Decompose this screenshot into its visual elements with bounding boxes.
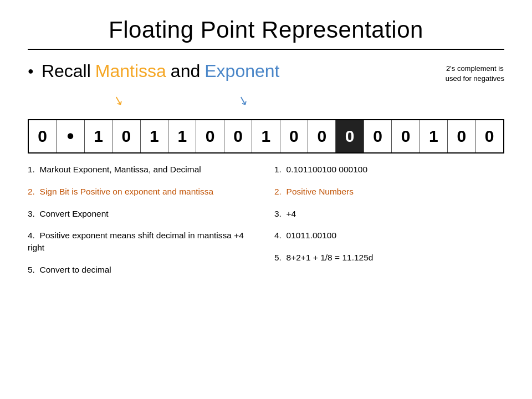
right-step-4: 4. 01011.00100: [274, 229, 504, 242]
step-num: 5.: [28, 265, 35, 274]
right-step-1: 1. 0.101100100 000100: [274, 163, 504, 176]
recall-middle: and: [171, 61, 200, 81]
slide-title: Floating Point Representation: [28, 17, 504, 43]
steps-right-column: 1. 0.101100100 0001002. Positive Numbers…: [274, 163, 504, 285]
bit-cell-13: 0: [392, 120, 420, 152]
bit-cell-0: 0: [29, 120, 57, 152]
step-num: 4.: [28, 231, 35, 240]
recall-text: ● Recall Mantissa and Exponent: [28, 61, 279, 81]
left-step-1: 1. Markout Exponent, Mantissa, and Decim…: [28, 163, 258, 176]
title-divider: [28, 49, 504, 50]
step-num: 4.: [274, 231, 282, 240]
bullet-point: ●: [28, 65, 34, 77]
content-columns: 1. Markout Exponent, Mantissa, and Decim…: [28, 163, 504, 285]
step-num: 1.: [28, 165, 35, 174]
positive-numbers-label: Positive Numbers: [287, 187, 354, 196]
left-step-5: 5. Convert to decimal: [28, 264, 258, 276]
complement-note: 2's complement isused for negatives: [446, 64, 504, 84]
bit-cell-9: 0: [280, 120, 308, 152]
steps-left-column: 1. Markout Exponent, Mantissa, and Decim…: [28, 163, 258, 285]
step-num: 1.: [274, 165, 282, 174]
bit-cell-10: 0: [308, 120, 336, 152]
bit-cell-1: •: [57, 120, 84, 152]
mantissa-word: Mantissa: [95, 61, 166, 81]
arrows-row: ↘ ↘: [28, 94, 504, 116]
exponent-word: Exponent: [204, 61, 279, 81]
right-step-5: 5. 8+2+1 + 1/8 = 11.125d: [274, 252, 504, 264]
step-num: 3.: [28, 209, 35, 218]
left-step-4: 4. Positive exponent means shift decimal…: [28, 229, 258, 253]
bit-cell-14: 1: [420, 120, 448, 152]
left-step-3: 3. Convert Exponent: [28, 208, 258, 220]
step-num: 2.: [274, 187, 282, 196]
bit-cell-12: 0: [364, 120, 392, 152]
bit-cell-11: 0: [336, 120, 364, 152]
bit-cell-6: 0: [196, 120, 224, 152]
bit-cell-4: 1: [141, 120, 168, 152]
bit-cell-7: 0: [224, 120, 252, 152]
bit-cell-16: 0: [476, 120, 503, 152]
recall-section: ● Recall Mantissa and Exponent 2's compl…: [28, 61, 504, 84]
recall-prefix: Recall: [42, 61, 91, 81]
bit-cell-2: 1: [85, 120, 112, 152]
slide: Floating Point Representation ● Recall M…: [0, 0, 532, 399]
bit-cell-15: 0: [448, 120, 475, 152]
mantissa-arrow: ↘: [112, 93, 125, 109]
step-num: 5.: [274, 253, 282, 262]
bit-display-row: 0•101100100000100: [28, 119, 504, 154]
bit-cell-5: 1: [168, 120, 196, 152]
step-num: 3.: [274, 209, 282, 218]
left-step-2: 2. Sign Bit is Positive on exponent and …: [28, 186, 258, 198]
step-num: 2.: [28, 187, 35, 196]
bit-cell-3: 0: [112, 120, 140, 152]
exponent-arrow: ↘: [237, 93, 250, 109]
right-step-2: 2. Positive Numbers: [274, 186, 504, 198]
bit-cell-8: 1: [252, 120, 280, 152]
right-step-3: 3. +4: [274, 208, 504, 220]
